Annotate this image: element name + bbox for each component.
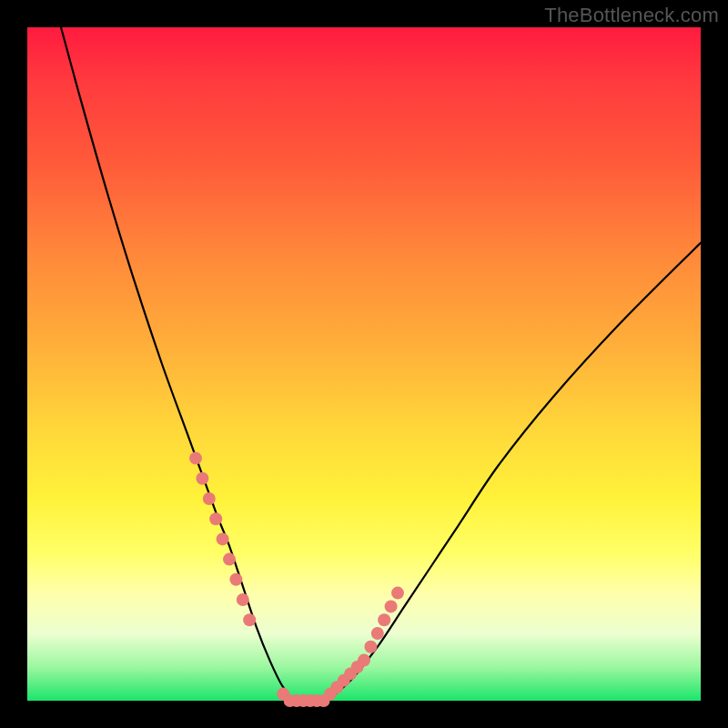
highlight-dot (223, 553, 236, 566)
highlight-dot (378, 613, 390, 626)
highlight-dot (217, 532, 229, 545)
highlight-dot (243, 613, 256, 626)
highlight-dot (229, 573, 242, 586)
highlight-dots (189, 452, 404, 707)
highlight-dot (203, 492, 216, 505)
chart-svg (27, 27, 701, 701)
plot-area (27, 27, 701, 701)
highlight-dot (385, 600, 398, 612)
highlight-dot (371, 627, 384, 640)
highlight-dot (189, 452, 202, 465)
highlight-dot (391, 587, 404, 600)
highlight-dot (209, 512, 222, 525)
chart-frame: TheBottleneck.com (0, 0, 728, 728)
watermark-text: TheBottleneck.com (544, 4, 719, 27)
highlight-dot (196, 472, 208, 485)
bottleneck-curve (61, 27, 701, 703)
highlight-dot (358, 654, 370, 667)
highlight-dot (364, 641, 377, 653)
highlight-dot (237, 593, 249, 606)
